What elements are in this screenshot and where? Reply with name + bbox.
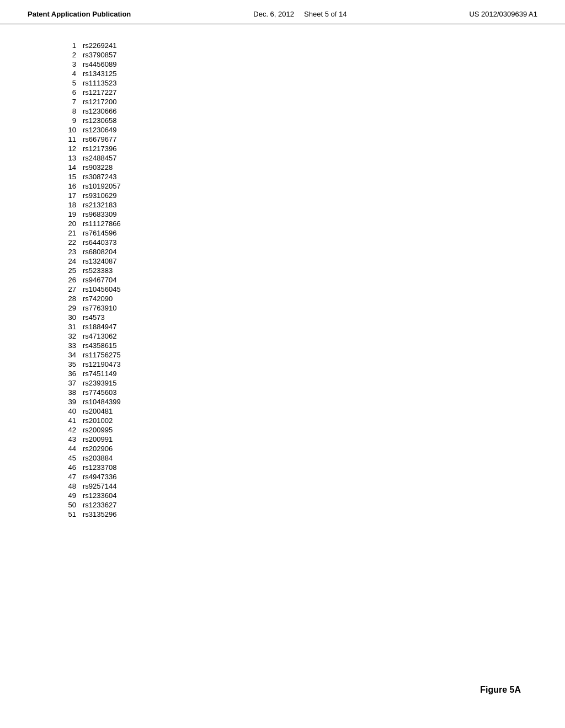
table-row: 31rs1884947 <box>66 322 121 331</box>
rs-value: rs4456089 <box>83 60 121 69</box>
rs-value: rs6808204 <box>83 247 121 256</box>
rs-value: rs4358615 <box>83 341 121 350</box>
table-row: 10rs1230649 <box>66 125 121 135</box>
row-number: 7 <box>66 97 83 106</box>
rs-value: rs9683309 <box>83 210 121 219</box>
row-number: 2 <box>66 50 83 60</box>
table-row: 8rs1230666 <box>66 106 121 116</box>
rs-value: rs1233627 <box>83 500 121 510</box>
rs-value: rs523383 <box>83 266 121 275</box>
rs-value: rs3790857 <box>83 50 121 60</box>
row-number: 40 <box>66 406 83 416</box>
rs-value: rs11756275 <box>83 350 121 360</box>
rs-value: rs903228 <box>83 163 121 172</box>
row-number: 27 <box>66 285 83 294</box>
rs-value: rs6679677 <box>83 135 121 144</box>
rs-value: rs2269241 <box>83 41 121 50</box>
row-number: 45 <box>66 453 83 463</box>
rs-value: rs12190473 <box>83 360 121 369</box>
row-number: 31 <box>66 322 83 331</box>
rs-value: rs2393915 <box>83 378 121 388</box>
rs-value: rs2132183 <box>83 200 121 210</box>
rs-value: rs7614596 <box>83 228 121 238</box>
table-row: 24rs1324087 <box>66 256 121 266</box>
rs-value: rs200481 <box>83 406 121 416</box>
table-row: 33rs4358615 <box>66 341 121 350</box>
rs-value: rs4573 <box>83 313 121 322</box>
table-row: 32rs4713062 <box>66 331 121 341</box>
header-center: Dec. 6, 2012 Sheet 5 of 14 <box>253 10 347 18</box>
row-number: 22 <box>66 238 83 247</box>
rs-value: rs10484399 <box>83 397 121 406</box>
row-number: 41 <box>66 416 83 425</box>
rs-value: rs9257144 <box>83 481 121 491</box>
table-row: 4rs1343125 <box>66 69 121 78</box>
rs-value: rs1324087 <box>83 256 121 266</box>
row-number: 36 <box>66 369 83 378</box>
table-row: 23rs6808204 <box>66 247 121 256</box>
row-number: 6 <box>66 88 83 97</box>
table-row: 16rs10192057 <box>66 181 121 191</box>
table-row: 12rs1217396 <box>66 144 121 153</box>
row-number: 39 <box>66 397 83 406</box>
row-number: 51 <box>66 510 83 519</box>
row-number: 4 <box>66 69 83 78</box>
table-row: 13rs2488457 <box>66 153 121 163</box>
rs-value: rs10456045 <box>83 285 121 294</box>
table-row: 3rs4456089 <box>66 60 121 69</box>
table-row: 22rs6440373 <box>66 238 121 247</box>
row-number: 19 <box>66 210 83 219</box>
header-left: Patent Application Publication <box>28 10 131 18</box>
table-row: 27rs10456045 <box>66 285 121 294</box>
rs-value: rs1343125 <box>83 69 121 78</box>
table-row: 17rs9310629 <box>66 191 121 200</box>
rs-value: rs1217396 <box>83 144 121 153</box>
table-row: 51rs3135296 <box>66 510 121 519</box>
rs-value: rs6440373 <box>83 238 121 247</box>
table-row: 6rs1217227 <box>66 88 121 97</box>
rs-value: rs201002 <box>83 416 121 425</box>
table-row: 48rs9257144 <box>66 481 121 491</box>
row-number: 44 <box>66 444 83 453</box>
table-row: 5rs1113523 <box>66 78 121 88</box>
rs-value: rs1113523 <box>83 78 121 88</box>
rs-value: rs1230649 <box>83 125 121 135</box>
rs-value: rs3135296 <box>83 510 121 519</box>
table-row: 29rs7763910 <box>66 303 121 313</box>
row-number: 49 <box>66 491 83 500</box>
row-number: 23 <box>66 247 83 256</box>
row-number: 32 <box>66 331 83 341</box>
row-number: 21 <box>66 228 83 238</box>
rs-value: rs203884 <box>83 453 121 463</box>
table-row: 35rs12190473 <box>66 360 121 369</box>
table-row: 15rs3087243 <box>66 172 121 181</box>
table-row: 1rs2269241 <box>66 41 121 50</box>
row-number: 29 <box>66 303 83 313</box>
row-number: 1 <box>66 41 83 50</box>
rs-value: rs9467704 <box>83 275 121 285</box>
row-number: 11 <box>66 135 83 144</box>
rs-value: rs10192057 <box>83 181 121 191</box>
row-number: 37 <box>66 378 83 388</box>
row-number: 50 <box>66 500 83 510</box>
table-row: 7rs1217200 <box>66 97 121 106</box>
rs-value: rs1217227 <box>83 88 121 97</box>
row-number: 30 <box>66 313 83 322</box>
rs-value: rs1230666 <box>83 106 121 116</box>
table-row: 49rs1233604 <box>66 491 121 500</box>
table-row: 36rs7451149 <box>66 369 121 378</box>
row-number: 17 <box>66 191 83 200</box>
rs-value: rs200995 <box>83 425 121 435</box>
row-number: 3 <box>66 60 83 69</box>
row-number: 48 <box>66 481 83 491</box>
rs-value: rs11127866 <box>83 219 121 228</box>
rs-value: rs4713062 <box>83 331 121 341</box>
row-number: 16 <box>66 181 83 191</box>
row-number: 25 <box>66 266 83 275</box>
row-number: 14 <box>66 163 83 172</box>
rs-value: rs1233604 <box>83 491 121 500</box>
table-row: 11rs6679677 <box>66 135 121 144</box>
table-row: 46rs1233708 <box>66 463 121 472</box>
rs-value: rs9310629 <box>83 191 121 200</box>
row-number: 13 <box>66 153 83 163</box>
